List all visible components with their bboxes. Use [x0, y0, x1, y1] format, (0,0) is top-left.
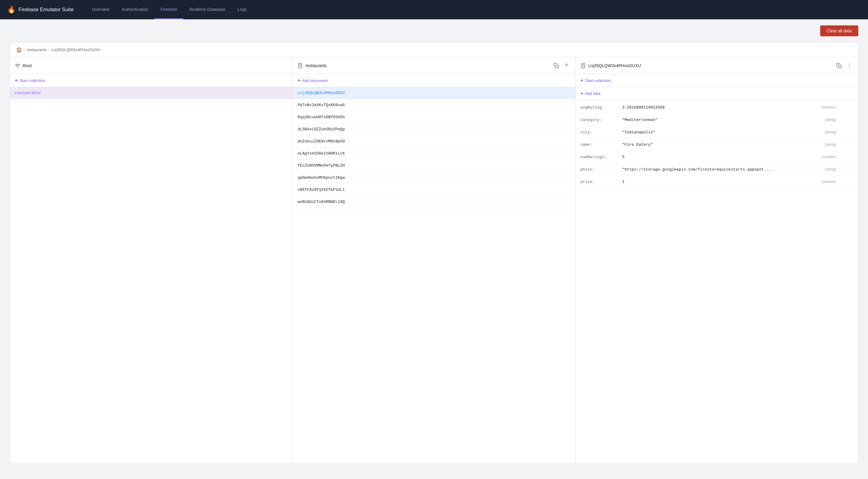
- field-num-ratings: numRatings: 5 (number) ✏️ 🗑️: [576, 151, 858, 163]
- field-type-avg-rating: (number): [815, 105, 836, 109]
- tab-overview[interactable]: Overview: [86, 0, 115, 19]
- field-key-category: category:: [581, 117, 620, 122]
- doc-item-9[interactable]: wnRoGUiCTv6hRBWELl9Q: [293, 196, 575, 208]
- restaurants-filter-button[interactable]: [563, 62, 570, 70]
- delete-price-button[interactable]: 🗑️: [847, 179, 853, 185]
- field-type-name: (string): [815, 142, 836, 147]
- columns-layout: Root + Start collection restaurants: [10, 57, 858, 464]
- doc-item-8[interactable]: vBXfFAzOfqYGCfbFVULl: [293, 184, 575, 196]
- nav-tabs: Overview Authentication Firestore Realti…: [86, 0, 253, 19]
- main-content: 🏠 › restaurants › Lnj35QLQW3x4PHosOUXU: [0, 42, 868, 474]
- restaurants-column-header: restaurants: [293, 57, 575, 74]
- app-logo: 🔥 Firebase Emulator Suite: [7, 6, 73, 13]
- doc-item-4[interactable]: dnZokuiZOEmrnMOcBpSO: [293, 135, 575, 147]
- document-header-actions: [835, 62, 853, 70]
- svg-point-15: [849, 65, 849, 66]
- document-copy-button[interactable]: [835, 62, 843, 70]
- restaurants-doc-icon: [298, 63, 303, 68]
- field-key-name: name:: [581, 142, 620, 147]
- add-field-btn[interactable]: + Add field: [576, 87, 858, 100]
- document-column-title: Lnj35QLQW3x4PHosOUXU: [588, 63, 833, 68]
- doc-item-6[interactable]: fEcZoNSVMNoPefyPBLZH: [293, 160, 575, 172]
- breadcrumb-restaurants[interactable]: restaurants: [27, 47, 46, 52]
- start-collection-doc-btn[interactable]: + Start collection: [576, 74, 858, 87]
- document-more-button[interactable]: [845, 62, 853, 70]
- field-value-num-ratings: 5: [622, 155, 813, 159]
- tab-realtime-database[interactable]: Realtime Database: [183, 0, 231, 19]
- app-title: Firebase Emulator Suite: [19, 7, 73, 13]
- edit-price-button[interactable]: ✏️: [839, 179, 845, 185]
- doc-item-5[interactable]: eLAgYxeSS6k2zWORiLcK: [293, 147, 575, 160]
- delete-avg-rating-button[interactable]: 🗑️: [847, 104, 853, 110]
- field-type-price: (number): [815, 180, 836, 184]
- root-column-title: Root: [23, 63, 287, 68]
- toolbar: Clear all data: [0, 19, 868, 42]
- doc-item-3[interactable]: dL5B4vLDZZubSRy5PeQp: [293, 124, 575, 135]
- field-value-avg-rating: 3.5816899119913588: [622, 105, 813, 110]
- plus-icon-4: +: [581, 91, 583, 96]
- delete-num-ratings-button[interactable]: 🗑️: [847, 154, 853, 160]
- field-value-name: "Fire Eatery": [622, 142, 813, 147]
- doc-item-7[interactable]: qp0wXmohoMhKpnzt1Kgw: [293, 172, 575, 184]
- start-collection-doc-label: Start collection: [585, 78, 611, 83]
- document-column: Lnj35QLQW3x4PHosOUXU: [576, 57, 858, 464]
- field-name: name: "Fire Eatery" (string) ✏️ 🗑️: [576, 138, 858, 151]
- app-header: 🔥 Firebase Emulator Suite Overview Authe…: [0, 0, 868, 19]
- doc-item-1[interactable]: Pd7oNz2eXKxTQsKO9va6: [293, 99, 575, 111]
- plus-icon: +: [15, 78, 18, 83]
- doc-item-2[interactable]: Rqq3DcuUdHTsOBfOSd5h: [293, 111, 575, 124]
- tab-logs[interactable]: Logs: [231, 0, 253, 19]
- field-value-price: 1: [622, 180, 813, 184]
- clear-all-data-button[interactable]: Clear all data: [820, 25, 859, 36]
- edit-avg-rating-button[interactable]: ✏️: [839, 104, 845, 110]
- root-column: Root + Start collection restaurants: [10, 57, 293, 464]
- edit-name-button[interactable]: ✏️: [839, 141, 845, 147]
- start-collection-root-btn[interactable]: + Start collection: [10, 74, 292, 87]
- delete-category-button[interactable]: 🗑️: [847, 117, 853, 123]
- tab-firestore[interactable]: Firestore: [154, 0, 183, 19]
- fire-icon: 🔥: [7, 6, 16, 13]
- root-collection-list: restaurants: [10, 87, 292, 464]
- plus-icon-3: +: [581, 78, 583, 83]
- svg-point-0: [17, 67, 18, 68]
- delete-city-button[interactable]: 🗑️: [847, 129, 853, 135]
- edit-photo-button[interactable]: ✏️: [839, 166, 845, 172]
- add-document-label: Add document: [302, 78, 328, 83]
- collection-item-restaurants[interactable]: restaurants: [10, 87, 292, 99]
- tab-authentication[interactable]: Authentication: [116, 0, 155, 19]
- root-wifi-icon: [15, 63, 20, 68]
- svg-rect-5: [555, 65, 558, 68]
- restaurants-column-title: restaurants: [305, 63, 550, 68]
- field-type-city: (string): [815, 130, 836, 134]
- field-key-num-ratings: numRatings:: [581, 155, 620, 159]
- svg-point-16: [849, 67, 849, 67]
- field-key-photo: photo:: [581, 167, 620, 172]
- field-key-city: city:: [581, 130, 620, 135]
- breadcrumb-sep-1: ›: [24, 48, 25, 52]
- svg-point-14: [849, 64, 849, 64]
- plus-icon-2: +: [298, 78, 300, 83]
- field-key-avg-rating: avgRating:: [581, 105, 620, 110]
- breadcrumb-document-id: Lnj35QLQW3x4PHosOUXU: [52, 47, 100, 52]
- field-value-photo: "https://storage.googleapis.com/firestor…: [622, 167, 813, 172]
- delete-photo-button[interactable]: 🗑️: [847, 166, 853, 172]
- restaurants-column: restaurants: [293, 57, 575, 464]
- restaurants-copy-button[interactable]: [552, 62, 560, 70]
- start-collection-root-label: Start collection: [19, 78, 45, 83]
- field-photo: photo: "https://storage.googleapis.com/f…: [576, 163, 858, 176]
- add-document-btn[interactable]: + Add document: [293, 74, 575, 87]
- delete-name-button[interactable]: 🗑️: [847, 141, 853, 147]
- edit-city-button[interactable]: ✏️: [839, 129, 845, 135]
- edit-num-ratings-button[interactable]: ✏️: [839, 154, 845, 160]
- field-city: city: "Indianapolis" (string) ✏️ 🗑️: [576, 126, 858, 138]
- edit-category-button[interactable]: ✏️: [839, 117, 845, 123]
- document-fields-list: avgRating: 3.5816899119913588 (number) ✏…: [576, 100, 858, 464]
- document-column-header: Lnj35QLQW3x4PHosOUXU: [576, 57, 858, 74]
- breadcrumb-home-icon[interactable]: 🏠: [16, 47, 22, 53]
- field-avg-rating: avgRating: 3.5816899119913588 (number) ✏…: [576, 101, 858, 114]
- field-category: category: "Mediterranean" (string) ✏️ 🗑️: [576, 114, 858, 126]
- field-type-num-ratings: (number): [815, 155, 836, 159]
- add-field-label: Add field: [585, 91, 600, 96]
- doc-item-0[interactable]: Lnj35QLQW3x4PHosOUXU: [293, 87, 575, 99]
- restaurants-header-actions: [552, 62, 570, 70]
